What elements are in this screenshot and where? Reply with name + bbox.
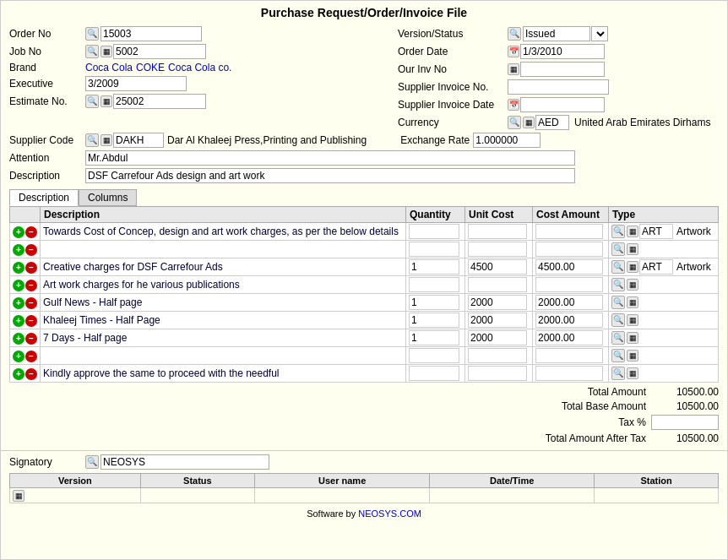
row-add-btn[interactable]: +: [13, 333, 24, 345]
brand-link-cocacolaco[interactable]: Coca Cola co.: [168, 62, 231, 73]
row-cost-amount[interactable]: [533, 276, 609, 294]
our-inv-icon[interactable]: ▦: [508, 63, 519, 75]
our-inv-no-input[interactable]: [520, 62, 605, 77]
row-add-btn[interactable]: +: [13, 226, 24, 238]
row-add-btn[interactable]: +: [13, 368, 24, 380]
signatory-search-icon[interactable]: 🔍: [85, 455, 99, 469]
supplier-sub-icon[interactable]: ▦: [101, 134, 112, 146]
type-search-icon[interactable]: 🔍: [611, 242, 625, 256]
row-unit-cost[interactable]: [465, 294, 533, 312]
type-search-icon[interactable]: 🔍: [611, 260, 625, 274]
executive-input[interactable]: [85, 76, 187, 91]
row-cost-amount[interactable]: [533, 294, 609, 312]
tab-description[interactable]: Description: [9, 189, 79, 206]
row-remove-btn[interactable]: −: [25, 280, 37, 291]
supplier-inv-calendar-icon[interactable]: 📅: [508, 99, 519, 111]
type-search-icon[interactable]: 🔍: [611, 331, 625, 345]
row-remove-btn[interactable]: −: [25, 315, 37, 327]
row-add-btn[interactable]: +: [13, 262, 24, 274]
row-add-btn[interactable]: +: [13, 315, 24, 327]
order-no-search-icon[interactable]: 🔍: [85, 27, 99, 41]
estimate-no-input[interactable]: [113, 94, 206, 109]
row-cost-amount[interactable]: [533, 312, 609, 329]
version-search-icon[interactable]: 🔍: [508, 27, 521, 41]
tab-columns[interactable]: Columns: [79, 189, 137, 206]
type-search-icon[interactable]: 🔍: [611, 296, 625, 309]
estimate-search-icon[interactable]: 🔍: [85, 95, 99, 108]
estimate-sub-icon[interactable]: ▦: [101, 95, 112, 107]
row-add-btn[interactable]: +: [13, 351, 24, 362]
version-input[interactable]: [523, 26, 590, 41]
row-add-btn[interactable]: +: [13, 280, 24, 291]
brand-link-coke[interactable]: COKE: [136, 62, 165, 73]
supplier-code-input[interactable]: [113, 133, 164, 148]
row-type[interactable]: 🔍▦: [609, 329, 719, 347]
type-sub-icon[interactable]: ▦: [627, 367, 638, 379]
row-quantity[interactable]: [406, 329, 465, 347]
currency-search-icon[interactable]: 🔍: [508, 116, 521, 129]
type-sub-icon[interactable]: ▦: [627, 226, 638, 237]
neosys-link[interactable]: NEOSYS.COM: [358, 508, 421, 519]
type-search-icon[interactable]: 🔍: [611, 225, 625, 238]
row-type[interactable]: 🔍▦: [609, 312, 719, 329]
row-type[interactable]: 🔍▦ Artwork: [609, 258, 719, 276]
row-quantity[interactable]: [406, 347, 465, 365]
row-add-btn[interactable]: +: [13, 244, 24, 256]
type-sub-icon[interactable]: ▦: [627, 243, 638, 255]
row-unit-cost[interactable]: [465, 241, 533, 258]
type-sub-icon[interactable]: ▦: [627, 350, 638, 362]
signatory-input[interactable]: [101, 454, 269, 470]
exchange-rate-input[interactable]: [473, 133, 541, 148]
brand-link-cocacola[interactable]: Coca Cola: [85, 62, 133, 73]
type-search-icon[interactable]: 🔍: [611, 367, 625, 380]
row-unit-cost[interactable]: [465, 312, 533, 329]
calendar-icon[interactable]: 📅: [508, 46, 519, 57]
supplier-inv-date-input[interactable]: [520, 97, 605, 112]
row-remove-btn[interactable]: −: [25, 262, 37, 274]
type-sub-icon[interactable]: ▦: [627, 279, 638, 291]
job-no-search-icon[interactable]: 🔍: [85, 45, 99, 58]
row-type[interactable]: 🔍▦: [609, 347, 719, 365]
row-quantity[interactable]: [406, 241, 465, 258]
type-sub-icon[interactable]: ▦: [627, 314, 638, 326]
row-remove-btn[interactable]: −: [25, 368, 37, 380]
type-sub-icon[interactable]: ▦: [627, 296, 638, 308]
row-unit-cost[interactable]: [465, 329, 533, 347]
order-no-input[interactable]: 15003: [101, 26, 202, 41]
description-input[interactable]: [85, 168, 575, 183]
row-cost-amount[interactable]: [533, 258, 609, 276]
attention-input[interactable]: [85, 150, 575, 166]
row-quantity[interactable]: [406, 258, 465, 276]
row-cost-amount[interactable]: [533, 223, 609, 241]
order-date-input[interactable]: [520, 44, 605, 59]
row-remove-btn[interactable]: −: [25, 351, 37, 362]
type-search-icon[interactable]: 🔍: [611, 313, 625, 327]
row-remove-btn[interactable]: −: [25, 226, 37, 238]
type-sub-icon[interactable]: ▦: [627, 261, 638, 273]
supplier-search-icon[interactable]: 🔍: [85, 133, 99, 147]
row-quantity[interactable]: [406, 365, 465, 383]
type-sub-icon[interactable]: ▦: [627, 332, 638, 344]
row-type[interactable]: 🔍▦: [609, 365, 719, 383]
row-quantity[interactable]: [406, 294, 465, 312]
row-unit-cost[interactable]: [465, 365, 533, 383]
currency-sub-icon[interactable]: ▦: [523, 117, 535, 128]
version-select[interactable]: ▼: [591, 26, 608, 41]
row-add-btn[interactable]: +: [13, 297, 24, 309]
row-quantity[interactable]: [406, 276, 465, 294]
currency-input[interactable]: [535, 115, 569, 130]
row-remove-btn[interactable]: −: [25, 244, 37, 256]
job-no-sub-icon[interactable]: ▦: [101, 46, 112, 57]
row-type[interactable]: 🔍▦: [609, 294, 719, 312]
footer-icon[interactable]: ▦: [13, 490, 24, 502]
row-quantity[interactable]: [406, 223, 465, 241]
type-search-icon[interactable]: 🔍: [611, 278, 625, 291]
supplier-inv-no-input[interactable]: [508, 79, 609, 95]
row-unit-cost[interactable]: [465, 276, 533, 294]
job-no-input[interactable]: [113, 44, 206, 59]
row-remove-btn[interactable]: −: [25, 333, 37, 345]
row-unit-cost[interactable]: [465, 258, 533, 276]
tax-input[interactable]: [651, 415, 719, 430]
row-unit-cost[interactable]: [465, 347, 533, 365]
row-cost-amount[interactable]: [533, 329, 609, 347]
